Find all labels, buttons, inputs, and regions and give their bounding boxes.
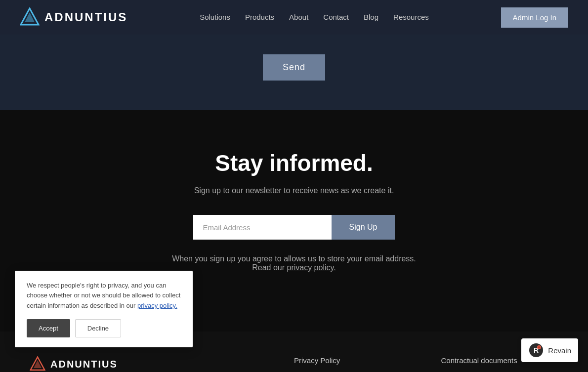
navbar: ADNUNTIUS Solutions Products About Conta… (0, 0, 588, 35)
footer-logo-text: ADNUNTIUS (50, 359, 118, 370)
nav-item-contact[interactable]: Contact (323, 13, 349, 22)
privacy-policy-link[interactable]: privacy policy. (287, 263, 336, 272)
nav-item-resources[interactable]: Resources (393, 13, 429, 22)
newsletter-heading: Stay informed. (20, 150, 568, 176)
cookie-message: We respect people's right to privacy, an… (27, 281, 181, 311)
nav-item-about[interactable]: About (289, 13, 308, 22)
nav-item-products[interactable]: Products (245, 13, 274, 22)
cookie-buttons: Accept Decline (27, 319, 181, 337)
svg-point-7 (538, 346, 540, 348)
logo-icon (20, 7, 40, 27)
send-button[interactable]: Send (263, 54, 325, 81)
admin-login-button[interactable]: Admin Log In (501, 7, 568, 28)
revain-label: Revain (548, 346, 571, 355)
nav-item-blog[interactable]: Blog (364, 13, 378, 22)
logo-text: ADNUNTIUS (44, 10, 127, 24)
accept-button[interactable]: Accept (27, 319, 70, 337)
footer-logo-icon (30, 356, 45, 372)
footer-brand: ADNUNTIUS ...an advertising technology c… (30, 356, 264, 372)
privacy-policy-footer-link[interactable]: Privacy Policy (294, 356, 412, 365)
revain-icon: R (528, 342, 544, 358)
email-form: Sign Up (20, 215, 568, 240)
signup-button[interactable]: Sign Up (332, 215, 395, 240)
logo: ADNUNTIUS (20, 7, 127, 27)
cookie-banner: We respect people's right to privacy, an… (15, 271, 193, 347)
newsletter-subtext: Sign up to our newsletter to receive new… (20, 186, 568, 195)
footer-logo: ADNUNTIUS (30, 356, 264, 372)
nav-links: Solutions Products About Contact Blog Re… (200, 13, 429, 22)
cookie-privacy-link[interactable]: privacy policy. (137, 302, 177, 309)
revain-widget: R Revain (521, 338, 578, 362)
decline-button[interactable]: Decline (75, 319, 121, 337)
privacy-note: When you sign up you agree to allows us … (170, 254, 418, 272)
footer-col-1: Privacy Policy (294, 356, 412, 372)
email-input[interactable] (193, 215, 332, 240)
nav-item-solutions[interactable]: Solutions (200, 13, 230, 22)
